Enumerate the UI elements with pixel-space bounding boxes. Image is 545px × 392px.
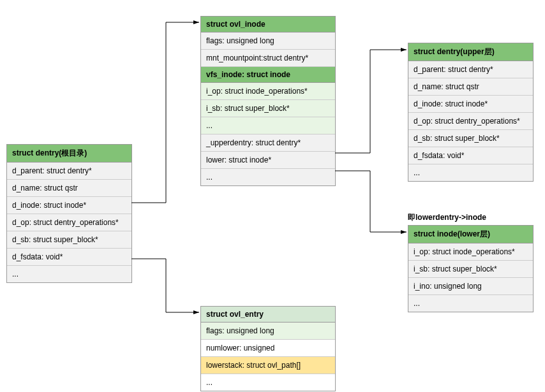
field-bottom-ellipsis: ... (201, 169, 335, 185)
field-up-d-sb: d_sb: struct super_block* (408, 130, 533, 147)
field-d-fsdata: d_fsdata: void* (7, 249, 131, 266)
field-d-op: d_op: struct dentry_operations* (7, 214, 131, 231)
field-d-inode: d_inode: struct inode* (7, 197, 131, 214)
field-low-ellipsis: ... (408, 295, 533, 312)
field-flags: flags: unsigned long (201, 33, 335, 50)
field-up-d-inode: d_inode: struct inode* (408, 96, 533, 113)
field-up-d-name: d_name: struct qstr (408, 78, 533, 96)
field-lowerstack: lowerstack: struct ovl_path[] (201, 357, 335, 374)
inode-lower-header: struct inode(lower层) (408, 226, 533, 243)
field-i-op: i_op: struct inode_operations* (201, 83, 335, 100)
field-upperdentry: _upperdentry: struct dentry* (201, 134, 335, 152)
field-mnt-mountpoint: mnt_mountpoint:struct dentry* (201, 50, 335, 67)
field-up-d-fsdata: d_fsdata: void* (408, 147, 533, 164)
field-numlower: numlower: unsigned (201, 340, 335, 357)
dentry-root-header: struct dentry(根目录) (7, 145, 131, 163)
dentry-upper-header: struct dentry(upper层) (408, 43, 533, 61)
field-low-i-sb: i_sb: struct super_block* (408, 261, 533, 278)
field-d-sb: d_sb: struct super_block* (7, 231, 131, 249)
field-d-parent: d_parent: struct dentry* (7, 163, 131, 180)
field-entry-ellipsis: ... (201, 374, 335, 391)
field-lower: lower: struct inode* (201, 152, 335, 169)
struct-ovl-inode: struct ovl_inode flags: unsigned long mn… (200, 16, 336, 186)
field-up-d-op: d_op: struct dentry_operations* (408, 113, 533, 130)
struct-dentry-upper: struct dentry(upper层) d_parent: struct d… (408, 43, 534, 182)
field-entry-flags: flags: unsigned long (201, 323, 335, 340)
field-d-name: d_name: struct qstr (7, 180, 131, 197)
field-low-i-op: i_op: struct inode_operations* (408, 243, 533, 261)
struct-inode-lower: struct inode(lower层) i_op: struct inode_… (408, 225, 534, 312)
struct-dentry-root: struct dentry(根目录) d_parent: struct dent… (6, 144, 132, 283)
field-vfs-ellipsis: ... (201, 117, 335, 134)
ovl-inode-header: struct ovl_inode (201, 17, 335, 33)
lowerdentry-annotation: 即lowerdentry->inode (408, 212, 486, 223)
field-up-d-parent: d_parent: struct dentry* (408, 61, 533, 78)
field-up-ellipsis: ... (408, 164, 533, 181)
field-ellipsis: ... (7, 266, 131, 282)
field-i-sb: i_sb: struct super_block* (201, 100, 335, 117)
ovl-entry-header: struct ovl_entry (201, 307, 335, 323)
vfs-inode-header: vfs_inode: struct inode (201, 67, 335, 83)
struct-ovl-entry: struct ovl_entry flags: unsigned long nu… (200, 306, 336, 391)
field-low-i-ino: i_ino: unsigned long (408, 278, 533, 295)
